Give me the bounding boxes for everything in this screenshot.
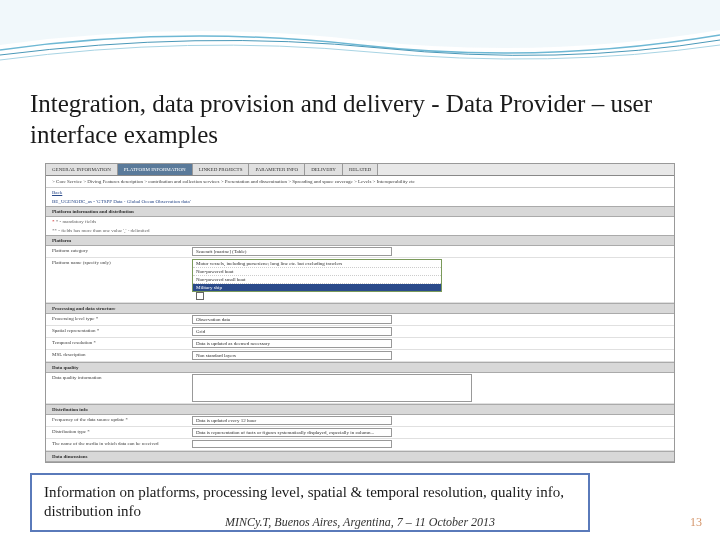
option[interactable]: Motor vessels, including pursesiene; lon… xyxy=(193,260,441,268)
ui-screenshot: GENERAL INFORMATION PLATFORM INFORMATION… xyxy=(45,163,675,463)
label-temporal: Temporal resolution * xyxy=(52,339,192,345)
tab-related[interactable]: RELATED xyxy=(343,164,378,175)
section-platform-info: Platform information and distribution xyxy=(46,206,674,217)
label-media: The name of the media in which data can … xyxy=(52,440,192,446)
slide-title: Integration, data provision and delivery… xyxy=(30,88,690,151)
tab-delivery[interactable]: DELIVERY xyxy=(305,164,343,175)
select-temporal[interactable]: Data is updated as deemed necessary xyxy=(192,339,392,348)
tab-general[interactable]: GENERAL INFORMATION xyxy=(46,164,118,175)
textarea-quality[interactable] xyxy=(192,374,472,402)
footer: MINCy.T, Buenos Aires, Argentina, 7 – 11… xyxy=(0,512,720,530)
option-selected[interactable]: Military ship xyxy=(193,284,441,291)
label-msl: MSL description xyxy=(52,351,192,357)
section-platform: Platform xyxy=(46,235,674,246)
page-number: 13 xyxy=(690,515,702,530)
option[interactable]: Non-powered small boat xyxy=(193,276,441,284)
input-platform-category[interactable]: Seacraft [marine] (Table) xyxy=(192,247,392,256)
label-platform-category: Platform category xyxy=(52,247,192,253)
select-platform-name[interactable]: Motor vessels, including pursesiene; lon… xyxy=(192,259,442,292)
optional-note: ** - fields has more than one value ',' … xyxy=(46,226,674,235)
section-data-dim: Data dimensions xyxy=(46,451,674,462)
select-frequency[interactable]: Data is updated every 12 hour xyxy=(192,416,392,425)
label-quality: Data quality information xyxy=(52,374,192,380)
tab-parameter[interactable]: PARAMETER INFO xyxy=(249,164,305,175)
select-proc-level[interactable]: Observation data xyxy=(192,315,392,324)
select-spatial[interactable]: Grid xyxy=(192,327,392,336)
input-media[interactable] xyxy=(192,440,392,448)
option[interactable]: Non-powered boat xyxy=(193,268,441,276)
label-spatial: Spatial representation * xyxy=(52,327,192,333)
section-quality: Data quality xyxy=(46,362,674,373)
dataset-code: BE_UGENODC_as - 'GTSPP Data - Global Oce… xyxy=(46,197,674,206)
tab-linked[interactable]: LINKED PROJECTS xyxy=(193,164,250,175)
label-platform-name: Platform name (specify only) xyxy=(52,259,192,265)
tab-platform[interactable]: PLATFORM INFORMATION xyxy=(118,164,193,175)
label-dist-type: Distribution type * xyxy=(52,428,192,434)
label-frequency: Frequency of the data source update * xyxy=(52,416,192,422)
select-msl[interactable]: Non standard layers xyxy=(192,351,392,360)
footer-text: MINCy.T, Buenos Aires, Argentina, 7 – 11… xyxy=(225,515,495,529)
tab-bar: GENERAL INFORMATION PLATFORM INFORMATION… xyxy=(46,164,674,176)
mandatory-note: * * - mandatory fields xyxy=(46,217,674,226)
breadcrumb: > Core Service > Diving Features descrip… xyxy=(46,176,674,188)
label-proc-level: Processing level type * xyxy=(52,315,192,321)
section-processing: Processing and data structure xyxy=(46,303,674,314)
select-dist-type[interactable]: Data is representation of facts or figur… xyxy=(192,428,392,437)
section-distribution: Distribution info xyxy=(46,404,674,415)
back-link[interactable]: Back xyxy=(46,188,674,197)
checkbox[interactable] xyxy=(196,292,204,300)
